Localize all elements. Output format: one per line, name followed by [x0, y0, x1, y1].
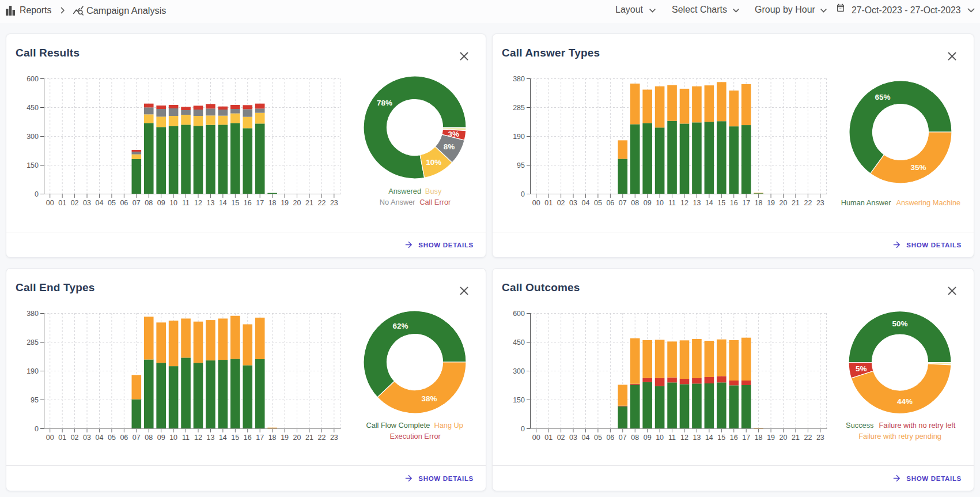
- svg-text:65%: 65%: [875, 93, 891, 101]
- svg-text:21: 21: [792, 199, 800, 207]
- svg-text:09: 09: [157, 434, 165, 442]
- svg-text:15: 15: [231, 199, 239, 207]
- svg-text:07: 07: [619, 199, 627, 207]
- svg-text:22: 22: [317, 434, 326, 442]
- svg-text:08: 08: [145, 199, 153, 207]
- svg-text:Human Answer: Human Answer: [841, 198, 892, 207]
- svg-text:14: 14: [705, 199, 713, 207]
- svg-text:23: 23: [330, 434, 338, 442]
- svg-text:300: 300: [513, 367, 525, 375]
- svg-text:38%: 38%: [421, 394, 437, 403]
- svg-text:Call Flow Complete: Call Flow Complete: [366, 421, 430, 430]
- svg-text:01: 01: [544, 199, 553, 207]
- svg-text:78%: 78%: [377, 99, 392, 107]
- svg-text:01: 01: [544, 434, 553, 442]
- svg-text:07: 07: [133, 199, 141, 207]
- svg-text:20: 20: [780, 199, 788, 207]
- svg-text:16: 16: [244, 199, 252, 207]
- svg-text:11: 11: [182, 434, 190, 442]
- svg-text:22: 22: [804, 199, 812, 207]
- svg-text:21: 21: [305, 434, 313, 442]
- svg-text:16: 16: [244, 434, 252, 442]
- svg-text:04: 04: [96, 199, 104, 207]
- svg-text:18: 18: [755, 199, 763, 207]
- svg-text:06: 06: [606, 434, 614, 442]
- svg-text:600: 600: [513, 310, 525, 318]
- svg-text:07: 07: [619, 434, 627, 442]
- svg-text:Answered: Answered: [388, 187, 421, 195]
- svg-text:285: 285: [513, 104, 525, 112]
- svg-text:23: 23: [330, 199, 338, 207]
- svg-text:23: 23: [816, 199, 824, 207]
- svg-text:Failure with retry pending: Failure with retry pending: [858, 432, 941, 440]
- svg-text:Busy: Busy: [425, 187, 442, 195]
- svg-text:62%: 62%: [392, 322, 408, 330]
- svg-text:05: 05: [594, 199, 602, 207]
- svg-text:11: 11: [668, 199, 676, 207]
- svg-text:02: 02: [557, 199, 565, 207]
- svg-text:300: 300: [27, 133, 39, 141]
- svg-text:Execution Error: Execution Error: [390, 432, 441, 440]
- svg-text:95: 95: [517, 161, 525, 170]
- svg-text:17: 17: [256, 199, 264, 207]
- svg-text:03: 03: [83, 434, 91, 442]
- svg-text:09: 09: [644, 434, 652, 442]
- svg-text:20: 20: [780, 434, 788, 442]
- svg-text:08: 08: [145, 434, 153, 442]
- svg-text:3%: 3%: [448, 130, 459, 138]
- svg-text:15: 15: [717, 199, 725, 207]
- svg-text:03: 03: [569, 434, 577, 442]
- svg-text:00: 00: [46, 434, 54, 442]
- svg-text:18: 18: [755, 434, 763, 442]
- svg-text:06: 06: [120, 199, 128, 207]
- svg-text:380: 380: [27, 310, 39, 318]
- svg-text:17: 17: [742, 199, 750, 207]
- svg-text:16: 16: [730, 434, 738, 442]
- svg-text:15: 15: [717, 434, 725, 442]
- svg-text:19: 19: [281, 199, 289, 207]
- svg-text:50%: 50%: [892, 319, 907, 328]
- svg-text:10: 10: [169, 199, 177, 207]
- svg-text:44%: 44%: [897, 397, 913, 406]
- svg-text:01: 01: [58, 199, 66, 207]
- svg-text:20: 20: [293, 199, 301, 207]
- svg-text:11: 11: [668, 434, 676, 442]
- svg-text:09: 09: [157, 199, 165, 207]
- svg-text:05: 05: [108, 434, 116, 442]
- svg-text:12: 12: [194, 199, 202, 207]
- svg-text:35%: 35%: [910, 163, 926, 172]
- svg-text:07: 07: [133, 434, 141, 442]
- svg-text:11: 11: [182, 199, 190, 207]
- svg-text:23: 23: [816, 434, 824, 442]
- svg-text:14: 14: [219, 434, 227, 442]
- svg-text:0: 0: [35, 425, 39, 433]
- svg-text:02: 02: [71, 434, 79, 442]
- svg-text:16: 16: [730, 199, 738, 207]
- svg-text:17: 17: [256, 434, 264, 442]
- svg-text:08: 08: [631, 434, 639, 442]
- svg-text:Call Error: Call Error: [419, 198, 451, 206]
- svg-text:10: 10: [656, 199, 664, 207]
- svg-text:12: 12: [680, 199, 688, 207]
- svg-text:450: 450: [27, 104, 39, 112]
- svg-text:380: 380: [513, 75, 525, 83]
- svg-text:21: 21: [792, 434, 800, 442]
- svg-text:21: 21: [305, 199, 313, 207]
- svg-text:0: 0: [35, 190, 39, 198]
- svg-text:8%: 8%: [444, 142, 455, 151]
- svg-text:08: 08: [631, 199, 639, 207]
- svg-text:190: 190: [513, 133, 525, 141]
- svg-text:05: 05: [108, 199, 116, 207]
- svg-text:09: 09: [644, 199, 652, 207]
- svg-text:150: 150: [27, 161, 39, 170]
- svg-text:00: 00: [46, 199, 54, 207]
- svg-text:03: 03: [569, 199, 577, 207]
- svg-text:No Answer: No Answer: [380, 198, 416, 206]
- svg-text:14: 14: [219, 199, 227, 207]
- svg-text:22: 22: [317, 199, 326, 207]
- svg-text:12: 12: [194, 434, 202, 442]
- svg-text:02: 02: [557, 434, 565, 442]
- svg-text:95: 95: [31, 396, 39, 404]
- svg-text:01: 01: [58, 434, 66, 442]
- svg-text:06: 06: [606, 199, 614, 207]
